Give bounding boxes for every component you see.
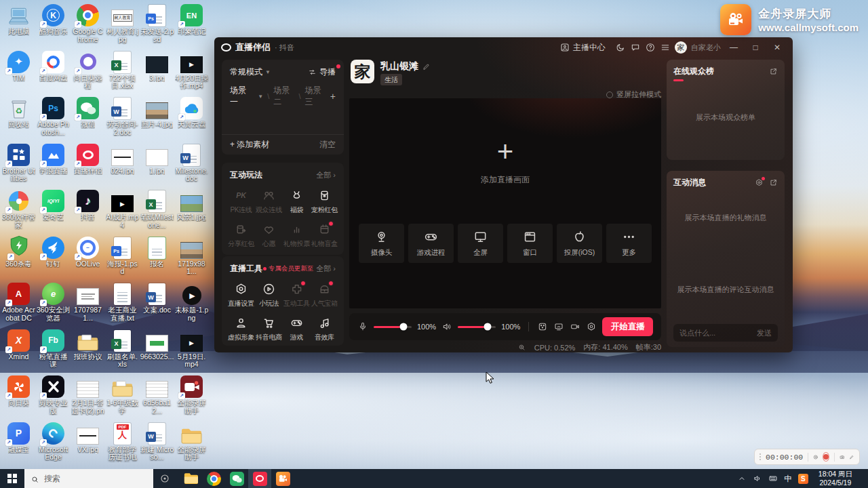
ime-indicator[interactable]: 中 bbox=[784, 474, 792, 484]
taskbar-screen-recorder[interactable] bbox=[271, 469, 294, 488]
desktop-icon[interactable]: X 笔试Milestone... bbox=[140, 188, 174, 235]
interact-feature[interactable]: 礼物投票 bbox=[283, 222, 311, 249]
desktop-icon[interactable]: 树人教育 树人教育.jpg bbox=[106, 3, 140, 49]
desktop-icon[interactable]: ▶ 5月19日.mp4 bbox=[175, 328, 209, 375]
taskbar-chrome[interactable] bbox=[202, 469, 225, 488]
desktop-icon[interactable]: ↗ Microsoft Edge bbox=[37, 421, 71, 468]
desktop-icon[interactable]: Fb↗ 粉笔直播课 bbox=[37, 328, 71, 375]
desktop-icon[interactable]: ↗ 微信 bbox=[71, 96, 105, 142]
desktop-icon[interactable]: e↗ 360安全浏览器 bbox=[37, 281, 71, 328]
desktop-icon[interactable]: P↗ 融媒宝 bbox=[2, 421, 36, 468]
popout-icon[interactable] bbox=[769, 67, 778, 76]
desktop-icon[interactable]: 照片-4.jpg bbox=[140, 96, 174, 142]
desktop-icon[interactable]: Ps 未发送-2.psd bbox=[140, 3, 174, 49]
edit-icon[interactable] bbox=[422, 62, 431, 71]
desktop-icon[interactable]: ↗ 360杀毒 bbox=[2, 235, 36, 282]
source-button[interactable]: 窗口 bbox=[507, 224, 553, 263]
dice-icon[interactable] bbox=[537, 321, 548, 332]
tools-all-link[interactable]: 全部 › bbox=[316, 264, 336, 274]
desktop-icon[interactable]: ↗ 剪映专业版 bbox=[37, 374, 71, 421]
interact-feature[interactable]: 观众连线 bbox=[255, 188, 283, 215]
director-button[interactable]: 导播 bbox=[308, 66, 336, 78]
desktop-icon[interactable]: ↗ 360软件管家 bbox=[2, 188, 36, 235]
desktop-icon[interactable]: 17079871... bbox=[71, 281, 105, 328]
screen-cast-icon[interactable] bbox=[553, 321, 564, 332]
desktop-icon[interactable]: W Milestone.doc bbox=[175, 142, 209, 189]
desktop-icon[interactable]: 3.jpg bbox=[140, 49, 174, 96]
desktop-icon[interactable]: ↗ 学浪直播 bbox=[37, 142, 71, 189]
desktop-icon[interactable]: ▶ 4月20日操作.mp4 bbox=[175, 49, 209, 96]
desktop-icon[interactable]: Ps 海报-1.psd bbox=[106, 235, 140, 282]
desktop-icon[interactable]: W 劳动合同-2.doc bbox=[106, 96, 140, 142]
desktop-icon[interactable]: ↗ 直播伴侣 bbox=[71, 142, 105, 189]
slider-thumb[interactable] bbox=[399, 323, 407, 331]
desktop-icon[interactable]: A↗ Adobe Acrobat DC bbox=[2, 281, 36, 328]
interact-feature[interactable]: 分享红包 bbox=[227, 222, 255, 249]
desktop-icon[interactable]: ↗ 钉钉 bbox=[37, 235, 71, 282]
anchor-center-button[interactable]: 主播中心 bbox=[559, 42, 606, 54]
source-button[interactable]: 全屏 bbox=[458, 224, 503, 263]
taskbar-search[interactable] bbox=[24, 469, 153, 488]
message-input[interactable] bbox=[679, 329, 757, 337]
source-button[interactable]: 投屏(iOS) bbox=[557, 224, 602, 263]
interact-all-link[interactable]: 全部 › bbox=[316, 170, 336, 180]
tool-feature[interactable]: 互动工具 bbox=[283, 282, 311, 308]
desktop-icon[interactable]: ▶ AI成片.mp4 bbox=[106, 188, 140, 235]
menu-icon[interactable] bbox=[660, 42, 671, 53]
desktop-icon[interactable]: ↗ 向日葵远程 bbox=[71, 49, 105, 96]
desktop-icon[interactable]: ↗ 百度网盘 bbox=[37, 49, 71, 96]
scene-tab-1[interactable]: 场景一 bbox=[230, 85, 251, 108]
tool-feature[interactable]: 直播设置 bbox=[227, 282, 255, 308]
desktop-icon[interactable]: iQIYI↗ 爱奇艺 bbox=[37, 188, 71, 235]
send-button[interactable]: 发送 bbox=[757, 328, 772, 338]
interact-feature[interactable]: 礼物盲盒 bbox=[311, 222, 338, 249]
desktop-icon[interactable]: 全能录屏助手 bbox=[175, 421, 209, 468]
popout-icon[interactable] bbox=[769, 178, 778, 187]
desktop-icon[interactable]: 老王商业直播.txt bbox=[106, 281, 140, 328]
settings-gear-icon[interactable] bbox=[586, 321, 597, 332]
feedback-icon[interactable] bbox=[630, 42, 641, 53]
annotate-pencil-icon[interactable] bbox=[849, 452, 854, 462]
interact-feature[interactable]: 心愿 bbox=[255, 222, 283, 249]
desktop-icon[interactable]: ↗ 向日葵 bbox=[2, 374, 36, 421]
desktop-icon[interactable]: 2月1日-答题卡(2).png bbox=[71, 374, 105, 421]
sogou-icon[interactable]: S bbox=[798, 474, 808, 484]
start-live-button[interactable]: 开始直播 bbox=[602, 317, 653, 336]
volume-icon[interactable] bbox=[753, 474, 762, 483]
desktop-icon[interactable]: ↗ Google Chrome bbox=[71, 3, 105, 49]
theme-icon[interactable] bbox=[615, 42, 626, 53]
close-button[interactable]: ✕ bbox=[768, 43, 786, 52]
desktop-icon[interactable]: ♻ 回收站 bbox=[2, 96, 36, 142]
desktop-icon[interactable]: X 722个项目.xlsx bbox=[106, 49, 140, 96]
speaker-volume-slider[interactable] bbox=[458, 326, 496, 328]
source-button[interactable]: 游戏进程 bbox=[408, 224, 454, 263]
record-stop-button[interactable] bbox=[823, 452, 829, 462]
message-settings-gear-icon[interactable] bbox=[755, 178, 764, 187]
tool-feature[interactable]: 抖音电商 bbox=[255, 316, 283, 342]
interact-feature[interactable]: 福袋 bbox=[283, 188, 311, 215]
add-scene-button[interactable]: + bbox=[330, 91, 336, 102]
maximize-button[interactable]: □ bbox=[747, 43, 764, 52]
desktop-icon[interactable]: 024.jpg bbox=[106, 142, 140, 189]
desktop-icon[interactable]: ↗ Brother Utilities bbox=[2, 142, 36, 189]
desktop-icon[interactable]: W 文案.doc bbox=[140, 281, 174, 328]
tool-feature[interactable]: 音效库 bbox=[311, 316, 338, 342]
task-view-button[interactable] bbox=[153, 469, 176, 488]
desktop-icon[interactable]: Ps↗ Adobe Photosh... bbox=[37, 96, 71, 142]
speaker-icon[interactable] bbox=[441, 321, 452, 332]
desktop-icon[interactable]: 1-6年级数学 bbox=[106, 374, 140, 421]
desktop-icon[interactable]: W 新建 Microso... bbox=[140, 421, 174, 468]
desktop-icon[interactable]: 1719x981... bbox=[175, 235, 209, 282]
taskbar-file-explorer[interactable] bbox=[179, 469, 202, 488]
scene-tab-2[interactable]: 场景二 bbox=[273, 85, 294, 108]
desktop-icon[interactable]: ↗ OOLive bbox=[71, 235, 105, 282]
start-button[interactable] bbox=[0, 469, 24, 488]
source-button[interactable]: 摄像头 bbox=[359, 224, 404, 263]
desktop-icon[interactable]: 1.jpg bbox=[140, 142, 174, 189]
desktop-icon[interactable]: VX.jpg bbox=[71, 421, 105, 468]
touch-keyboard-icon[interactable] bbox=[768, 474, 778, 483]
tool-feature[interactable]: 小玩法 bbox=[255, 282, 283, 308]
tool-feature[interactable]: 游戏 bbox=[283, 316, 311, 342]
add-material-button[interactable]: + 添加素材 bbox=[230, 139, 269, 150]
desktop-icon[interactable]: EN↗ 印象笔记 bbox=[175, 3, 209, 49]
